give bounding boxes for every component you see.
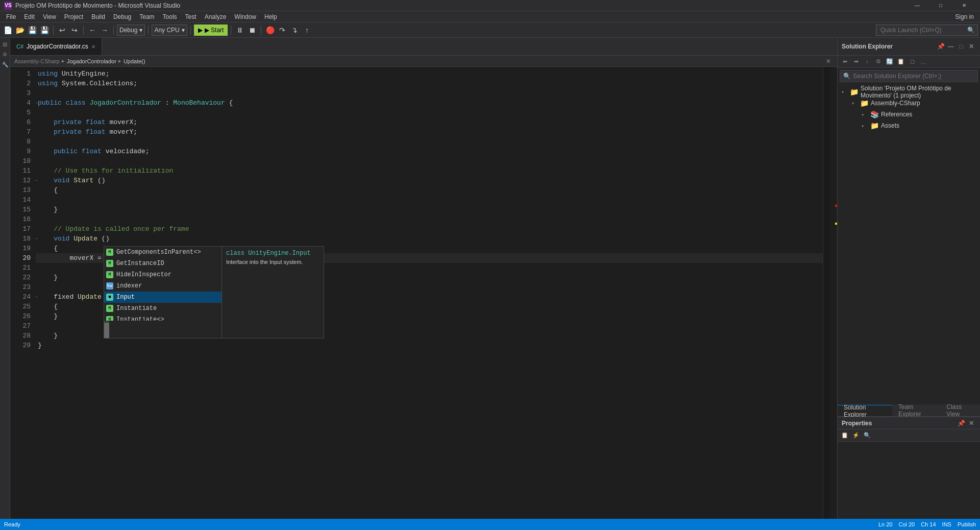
tab-close-btn[interactable]: ✕ bbox=[91, 44, 95, 50]
code-line-16[interactable] bbox=[36, 214, 823, 224]
undo-btn[interactable]: ↩ bbox=[57, 25, 68, 36]
menu-view[interactable]: View bbox=[39, 11, 60, 22]
code-line-13[interactable]: { bbox=[36, 185, 823, 195]
minimize-button[interactable]: — bbox=[905, 0, 929, 11]
tree-expand-3[interactable]: ▸ bbox=[862, 124, 868, 128]
tree-expand-1[interactable]: ▾ bbox=[852, 101, 858, 106]
tree-expand-2[interactable]: ▸ bbox=[862, 112, 868, 117]
tab-solution-explorer[interactable]: Solution Explorer bbox=[838, 405, 892, 416]
forward-btn[interactable]: → bbox=[99, 25, 110, 36]
tree-expand-0[interactable]: ▾ bbox=[842, 90, 848, 94]
autocomplete-scrollbar[interactable] bbox=[104, 321, 109, 338]
status-publish[interactable]: Publish bbox=[958, 521, 976, 527]
code-line-11[interactable]: // Use this for initialization bbox=[36, 166, 823, 176]
menu-debug[interactable]: Debug bbox=[109, 11, 135, 22]
sign-in-button[interactable]: Sign in bbox=[951, 11, 978, 22]
sol-btn-6[interactable]: 📋 bbox=[896, 57, 906, 66]
prop-btn-1[interactable]: 📋 bbox=[840, 431, 850, 440]
prop-btn-2[interactable]: ⚡ bbox=[851, 431, 861, 440]
status-ch[interactable]: Ch 14 bbox=[921, 521, 936, 527]
sol-btn-3[interactable]: ↑ bbox=[862, 57, 872, 66]
status-ln[interactable]: Ln 20 bbox=[878, 521, 893, 527]
autocomplete-item-0[interactable]: MGetComponentsInParent<> bbox=[104, 247, 222, 258]
code-line-14[interactable] bbox=[36, 195, 823, 205]
tree-item-1[interactable]: ▾📁Assembly-CSharp bbox=[838, 98, 980, 109]
toolbar-btn-2[interactable]: ⏹ bbox=[247, 25, 258, 36]
save-btn[interactable]: 💾 bbox=[27, 25, 38, 36]
step-into-btn[interactable]: ↴ bbox=[289, 25, 300, 36]
toolbar-btn-1[interactable]: ⏸ bbox=[234, 25, 246, 36]
save-all-btn[interactable]: 💾 bbox=[39, 25, 50, 36]
prop-btn-3[interactable]: 🔍 bbox=[862, 431, 872, 440]
sol-btn-2[interactable]: ➡ bbox=[851, 57, 861, 66]
start-button[interactable]: ▶ ▶ Start bbox=[194, 25, 228, 36]
autocomplete-item-5[interactable]: MInstantiate bbox=[104, 303, 222, 314]
step-over-btn[interactable]: ↷ bbox=[277, 25, 288, 36]
menu-test[interactable]: Test bbox=[181, 11, 201, 22]
redo-btn[interactable]: ↪ bbox=[69, 25, 80, 36]
autocomplete-popup[interactable]: MGetComponentsInParent<>MGetInstanceIDMH… bbox=[104, 246, 324, 339]
status-ins[interactable]: INS bbox=[942, 521, 951, 527]
properties-pin-btn[interactable]: 📌 bbox=[957, 419, 966, 428]
code-line-15[interactable]: } bbox=[36, 205, 823, 214]
tab-class-view[interactable]: Class View bbox=[940, 405, 980, 416]
autocomplete-item-2[interactable]: MHideInInspector bbox=[104, 269, 222, 280]
sol-btn-7[interactable]: ◻ bbox=[907, 57, 917, 66]
code-line-8[interactable] bbox=[36, 137, 823, 147]
pin-btn[interactable]: 📌 bbox=[936, 42, 945, 51]
autocomplete-item-6[interactable]: MInstantiate<> bbox=[104, 314, 222, 321]
code-line-1[interactable]: using UnityEngine; bbox=[36, 69, 823, 79]
code-line-7[interactable]: private float moverY; bbox=[36, 127, 823, 137]
menu-help[interactable]: Help bbox=[260, 11, 281, 22]
step-out-btn[interactable]: ↑ bbox=[301, 25, 312, 36]
code-line-29[interactable]: } bbox=[36, 341, 823, 350]
breakpoint-btn[interactable]: 🔴 bbox=[264, 25, 276, 36]
code-line-17[interactable]: // Update is called once per frame bbox=[36, 224, 823, 234]
tree-item-0[interactable]: ▾📁Solution 'Projeto OM Protótipo de Movi… bbox=[838, 86, 980, 98]
tree-item-3[interactable]: ▸📁Assets bbox=[838, 120, 980, 131]
tab-team-explorer[interactable]: Team Explorer bbox=[892, 405, 940, 416]
menu-build[interactable]: Build bbox=[87, 11, 109, 22]
quick-launch-input[interactable] bbox=[876, 25, 978, 36]
code-line-4[interactable]: public class JogadorControlador : MonoBe… bbox=[36, 98, 823, 108]
new-file-btn[interactable]: 📄 bbox=[2, 25, 13, 36]
editor-scrollbar[interactable] bbox=[830, 67, 837, 519]
menu-project[interactable]: Project bbox=[60, 11, 87, 22]
autocomplete-item-4[interactable]: ■Input bbox=[104, 292, 222, 303]
close-button[interactable]: ✕ bbox=[952, 0, 976, 11]
platform-dropdown[interactable]: Any CPU ▾ bbox=[152, 25, 187, 36]
code-line-9[interactable]: public float velocidade; bbox=[36, 147, 823, 156]
solution-search[interactable]: 🔍 bbox=[840, 70, 978, 82]
debug-config-dropdown[interactable]: Debug ▾ bbox=[117, 25, 145, 36]
menu-edit[interactable]: Edit bbox=[20, 11, 39, 22]
menu-team[interactable]: Team bbox=[135, 11, 158, 22]
solution-search-input[interactable] bbox=[853, 73, 974, 80]
code-line-18[interactable]: void Update () bbox=[36, 234, 823, 244]
back-btn[interactable]: ← bbox=[87, 25, 98, 36]
autocomplete-item-1[interactable]: MGetInstanceID bbox=[104, 258, 222, 269]
menu-window[interactable]: Window bbox=[230, 11, 260, 22]
editor-collapse-btn[interactable]: ✕ bbox=[824, 57, 833, 66]
code-line-6[interactable]: private float moverX; bbox=[36, 117, 823, 127]
code-line-3[interactable] bbox=[36, 88, 823, 98]
close-panel-btn[interactable]: ✕ bbox=[967, 42, 976, 51]
minimize-panel-btn[interactable]: — bbox=[946, 42, 955, 51]
code-line-5[interactable] bbox=[36, 108, 823, 117]
maximize-button[interactable]: □ bbox=[929, 0, 952, 11]
code-line-2[interactable]: using System.Collections; bbox=[36, 79, 823, 88]
sol-btn-1[interactable]: ⬅ bbox=[840, 57, 850, 66]
tab-jogadorcontrolador[interactable]: C# JogadorControlador.cs ✕ bbox=[10, 38, 102, 55]
expand-panel-btn[interactable]: □ bbox=[957, 42, 966, 51]
sol-btn-4[interactable]: ⚙ bbox=[873, 57, 884, 66]
tree-item-2[interactable]: ▸📚References bbox=[838, 109, 980, 120]
status-col[interactable]: Col 20 bbox=[898, 521, 915, 527]
sol-btn-5[interactable]: 🔄 bbox=[885, 57, 895, 66]
code-line-12[interactable]: void Start () bbox=[36, 176, 823, 185]
properties-close-btn[interactable]: ✕ bbox=[967, 419, 976, 428]
menu-analyze[interactable]: Analyze bbox=[201, 11, 231, 22]
menu-tools[interactable]: Tools bbox=[159, 11, 181, 22]
status-ready[interactable]: Ready bbox=[4, 521, 20, 527]
menu-file[interactable]: File bbox=[2, 11, 20, 22]
autocomplete-item-3[interactable]: kwindexer bbox=[104, 280, 222, 292]
open-file-btn[interactable]: 📂 bbox=[14, 25, 26, 36]
